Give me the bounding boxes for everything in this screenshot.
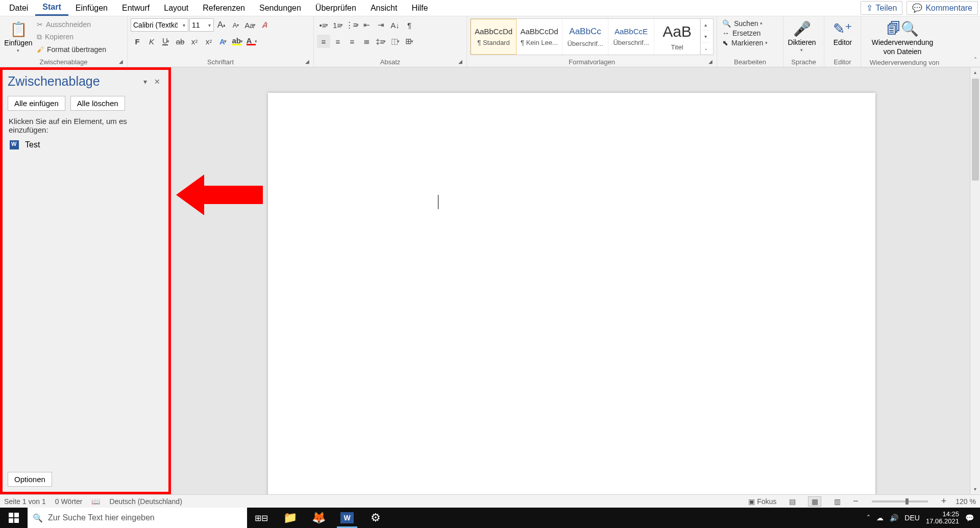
change-case-button[interactable]: Aa▾: [243, 18, 257, 32]
style-standard[interactable]: AaBbCcDd ¶ Standard: [471, 19, 517, 55]
zoom-slider[interactable]: [872, 500, 928, 502]
zoom-knob[interactable]: [905, 498, 909, 505]
zoom-level[interactable]: 120 %: [955, 497, 976, 506]
shading-button[interactable]: ◫▾: [388, 35, 402, 48]
find-button[interactable]: 🔍 Suchen ▾: [722, 19, 778, 28]
show-marks-button[interactable]: ¶: [403, 18, 416, 32]
taskbar-explorer[interactable]: 📁: [276, 508, 304, 528]
tray-overflow-button[interactable]: ˄: [867, 514, 870, 522]
zoom-in-button[interactable]: +: [941, 496, 947, 507]
format-painter-button[interactable]: 🖌 Format übertragen: [35, 44, 108, 55]
paste-all-button[interactable]: Alle einfügen: [8, 96, 65, 111]
scroll-up-button[interactable]: ▴: [970, 67, 980, 78]
tab-ansicht[interactable]: Ansicht: [363, 1, 404, 15]
numbering-button[interactable]: 1≡▾: [331, 18, 345, 32]
chevron-down-icon[interactable]: ▾: [17, 48, 19, 53]
task-view-button[interactable]: ⊞⊟: [247, 508, 276, 528]
tab-start[interactable]: Start: [35, 0, 68, 16]
bold-button[interactable]: F: [131, 35, 144, 48]
italic-button[interactable]: K: [145, 35, 158, 48]
font-launcher[interactable]: ◢: [305, 59, 311, 65]
tab-ueberpruefen[interactable]: Überprüfen: [308, 1, 363, 15]
font-size-combo[interactable]: ▾: [189, 18, 214, 32]
vertical-scrollbar[interactable]: ▴ ▾: [970, 67, 980, 494]
reuse-files-button[interactable]: 🗐🔍 Wiederverwendung von Dateien: [864, 18, 941, 58]
cut-button[interactable]: ✂ Ausschneiden: [35, 19, 108, 30]
comments-button[interactable]: 💬 Kommentare: [906, 1, 978, 15]
style-scroll-down[interactable]: ▾: [701, 31, 710, 42]
shrink-font-button[interactable]: A▾: [229, 18, 242, 32]
clipboard-launcher[interactable]: ◢: [119, 59, 125, 65]
scroll-down-button[interactable]: ▾: [970, 484, 980, 494]
status-page[interactable]: Seite 1 von 1: [4, 497, 46, 506]
superscript-button[interactable]: x2: [202, 35, 215, 48]
line-spacing-button[interactable]: ‡≡▾: [374, 35, 387, 48]
tab-sendungen[interactable]: Sendungen: [252, 1, 308, 15]
status-language[interactable]: Deutsch (Deutschland): [109, 497, 182, 506]
font-name-combo[interactable]: ▾: [131, 18, 188, 32]
strikethrough-button[interactable]: ab: [174, 35, 187, 48]
chevron-down-icon[interactable]: ▾: [800, 47, 803, 53]
taskbar-word[interactable]: W: [333, 508, 361, 528]
style-ueberschrift1[interactable]: AaBbCc Überschrif...: [562, 19, 608, 55]
chevron-down-icon[interactable]: ▾: [180, 22, 188, 28]
pane-menu-button[interactable]: ▾: [139, 78, 151, 86]
tab-layout[interactable]: Layout: [157, 1, 195, 15]
tab-einfuegen[interactable]: Einfügen: [68, 1, 115, 15]
sort-button[interactable]: A↓: [388, 18, 402, 32]
tray-volume-icon[interactable]: 🔊: [890, 514, 898, 522]
decrease-indent-button[interactable]: ⇤: [360, 18, 373, 32]
status-words[interactable]: 0 Wörter: [55, 497, 83, 506]
tab-referenzen[interactable]: Referenzen: [195, 1, 252, 15]
paste-button[interactable]: 📋 Einfügen ▾: [3, 19, 34, 55]
chevron-down-icon[interactable]: ▾: [765, 40, 768, 45]
pane-close-button[interactable]: ✕: [151, 78, 163, 86]
tray-cloud-icon[interactable]: ☁: [876, 514, 884, 522]
style-expand[interactable]: ⌄: [701, 43, 710, 55]
select-button[interactable]: ⬉ Markieren ▾: [722, 39, 778, 47]
tray-clock[interactable]: 14:25 17.06.2021: [926, 511, 959, 525]
spellcheck-icon[interactable]: 📖: [91, 497, 100, 506]
chevron-down-icon[interactable]: ▾: [760, 21, 763, 26]
font-name-input[interactable]: [131, 21, 180, 29]
increase-indent-button[interactable]: ⇥: [374, 18, 387, 32]
taskbar-search[interactable]: 🔍 Zur Suche Text hier eingeben: [28, 508, 247, 528]
scroll-thumb[interactable]: [972, 79, 979, 181]
multilevel-list-button[interactable]: ⋮≡▾: [346, 18, 359, 32]
editor-button[interactable]: ✎⁺ Editor: [827, 18, 858, 48]
tray-notifications-icon[interactable]: 💬: [965, 514, 974, 522]
paragraph-launcher[interactable]: ◢: [458, 59, 464, 65]
font-size-input[interactable]: [190, 21, 205, 29]
font-color-button[interactable]: A▾: [245, 35, 258, 48]
align-right-button[interactable]: ≡: [346, 35, 359, 48]
style-kein-leerraum[interactable]: AaBbCcDd ¶ Kein Lee...: [517, 19, 562, 55]
focus-mode-button[interactable]: ▣ Fokus: [748, 497, 776, 506]
tray-language[interactable]: DEU: [904, 514, 920, 522]
chevron-down-icon[interactable]: ▾: [205, 22, 213, 28]
style-ueberschrift2[interactable]: AaBbCcE Überschrif...: [608, 19, 654, 55]
tab-datei[interactable]: Datei: [2, 1, 35, 15]
share-button[interactable]: ⇪ Teilen: [861, 1, 903, 15]
align-left-button[interactable]: ≡: [317, 35, 330, 48]
taskbar-settings[interactable]: ⚙: [361, 508, 390, 528]
view-read-button[interactable]: ▤: [786, 496, 799, 507]
start-button[interactable]: [0, 508, 28, 528]
style-titel[interactable]: AaB Titel: [654, 19, 700, 55]
clear-formatting-button[interactable]: A̷: [258, 18, 271, 32]
document-page[interactable]: [268, 93, 875, 494]
dictate-button[interactable]: 🎤 Diktieren ▾: [787, 18, 817, 55]
styles-launcher[interactable]: ◢: [708, 59, 715, 65]
clear-all-button[interactable]: Alle löschen: [70, 96, 125, 111]
tab-hilfe[interactable]: Hilfe: [404, 1, 435, 15]
bullets-button[interactable]: •≡▾: [317, 18, 330, 32]
view-web-button[interactable]: ▥: [830, 496, 844, 507]
replace-button[interactable]: ↔ Ersetzen: [722, 29, 778, 37]
underline-button[interactable]: U▾: [159, 35, 173, 48]
highlight-button[interactable]: ab▾: [231, 35, 244, 48]
clipboard-item[interactable]: Test: [3, 137, 168, 153]
taskbar-firefox[interactable]: 🦊: [304, 508, 333, 528]
style-scroll-up[interactable]: ▴: [701, 19, 710, 31]
subscript-button[interactable]: x2: [188, 35, 201, 48]
align-center-button[interactable]: ≡: [331, 35, 345, 48]
zoom-out-button[interactable]: −: [853, 496, 859, 507]
